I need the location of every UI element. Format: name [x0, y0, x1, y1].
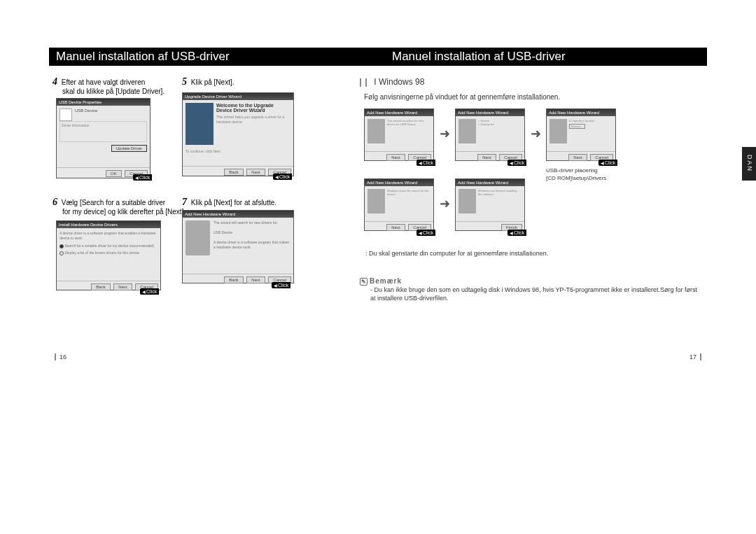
win98-dialog-4: Add New Hardware Wizard Windows driver f…: [364, 178, 434, 231]
click-tag-4: Click: [133, 174, 152, 181]
right-page: ❙❙ I Windows 98 Følg anvisningerne på vi…: [357, 77, 707, 343]
click-tag: Click: [507, 160, 526, 166]
step-4: 4 Efter at have valgt driveren skal du k…: [52, 77, 186, 96]
back-button[interactable]: Back: [91, 283, 110, 290]
step-5-num: 5: [182, 76, 187, 87]
note-text: - Du kan ikke bruge den som en udtagelig…: [360, 286, 703, 302]
step-7: 7 Klik på [Next] for at afslutte.: [182, 197, 276, 207]
dialog-usb-device-properties: USB Device Properties USB Device Driver …: [56, 98, 150, 178]
next-button[interactable]: Next: [113, 283, 132, 290]
next-button[interactable]: Next: [386, 154, 405, 161]
page-title-right: Manuel installation af USB-driver: [385, 48, 679, 66]
restart-text: : Du skal genstarte din computer for at …: [365, 248, 548, 258]
win98-dialog-5: Add New Hardware Wizard Windows has fini…: [455, 178, 525, 231]
computer-icon: [368, 119, 385, 143]
step-7-num: 7: [182, 197, 187, 207]
usb-icon: [59, 108, 72, 121]
driver-location-info: USB-driver placering [CD ROM]\setup\Driv…: [546, 167, 606, 182]
step-6-num: 6: [52, 197, 57, 207]
back-button[interactable]: Back: [224, 169, 243, 176]
manual-spread: Manuel installation af USB-driver Manuel…: [49, 35, 707, 371]
wizard-side-image: [186, 103, 214, 145]
dialog6-title: Install Hardware Device Drivers: [57, 221, 160, 228]
step-4-text1: Efter at have valgt driveren: [62, 78, 146, 86]
step-6-text1: Vælg [Search for a suitable driver: [62, 199, 165, 206]
computer-icon: [368, 189, 385, 213]
note-icon: ✎: [360, 278, 368, 286]
page-num-17: 17: [690, 353, 701, 360]
dialog-add-new-hardware: Add New Hardware Wizard The wizard will …: [182, 210, 294, 283]
dialog-install-hardware: Install Hardware Device Drivers A device…: [56, 220, 161, 290]
step-7-text: Klik på [Next] for at afslutte.: [191, 199, 276, 206]
next-button[interactable]: Next: [568, 154, 587, 161]
driver-placement-label: USB-driver placering: [546, 167, 606, 174]
next-button[interactable]: Next: [386, 224, 405, 231]
driver-placement-path: [CD ROM]\setup\Drivers: [546, 174, 606, 182]
arrow-right-icon: ➜: [440, 196, 450, 211]
language-tab-dan: DAN: [742, 147, 756, 181]
dialog5-title: Upgrade Device Driver Wizard: [183, 93, 293, 100]
click-tag: Click: [598, 160, 617, 166]
win98-dialog-1: Add New Hardware Wizard This wizard sear…: [364, 108, 434, 161]
computer-icon: [458, 189, 476, 213]
page-title-left: Manuel installation af USB-driver: [49, 48, 343, 66]
computer-icon: [186, 220, 210, 255]
heading-bars-icon: ❙❙: [357, 77, 368, 87]
dialog-upgrade-wizard: Upgrade Device Driver Wizard Welcome to …: [182, 92, 294, 176]
step-4-num: 4: [52, 76, 57, 87]
step-4-text2: skal du klikke på [Update Driver].: [52, 87, 164, 95]
left-page: 4 Efter at have valgt driveren skal du k…: [49, 77, 343, 343]
dialog4-title: USB Device Properties: [57, 99, 150, 106]
section-title: I Windows 98: [374, 77, 424, 87]
click-tag-5: Click: [273, 174, 292, 180]
computer-icon: [458, 119, 476, 143]
update-driver-button[interactable]: Update Driver: [111, 145, 147, 152]
click-tag: Click: [416, 230, 435, 236]
note-heading: ✎Bemærk: [360, 277, 703, 286]
intro-text: Følg anvisningerne på vinduet for at gen…: [364, 92, 560, 102]
page-num-16: 16: [55, 353, 66, 360]
win98-dialog-3: Add New Hardware Wizard ☑ Specify a loca…: [546, 108, 616, 161]
ok-button[interactable]: OK: [106, 170, 122, 177]
click-tag-6: Click: [140, 288, 159, 295]
next-button[interactable]: Next: [477, 154, 496, 161]
dialog7-title: Add New Hardware Wizard: [183, 211, 293, 218]
note-box: ✎Bemærk - Du kan ikke bruge den som en u…: [360, 277, 703, 302]
click-tag-7: Click: [272, 282, 290, 288]
step-6: 6 Vælg [Search for a suitable driver for…: [52, 197, 192, 216]
win98-dialog-2: Add New Hardware Wizard ○ Search○ Displa…: [455, 108, 525, 161]
page-num-left-bar: 16: [55, 353, 66, 360]
next-button[interactable]: Next: [246, 169, 265, 176]
next-button[interactable]: Next: [246, 276, 265, 283]
step-6-text2: for my device] og klik derefter på [Next…: [52, 208, 186, 216]
arrow-right-icon: ➜: [531, 126, 541, 141]
step-5: 5 Klik på [Next].: [182, 77, 234, 87]
click-tag: Click: [507, 230, 526, 236]
step-5-text: Klik på [Next].: [191, 78, 234, 86]
section-heading: ❙❙ I Windows 98: [357, 77, 424, 87]
computer-icon: [550, 119, 567, 143]
back-button[interactable]: Back: [224, 276, 243, 283]
page-num-right-bar: 17: [690, 353, 701, 360]
click-tag: Click: [416, 160, 435, 166]
arrow-right-icon: ➜: [440, 126, 450, 141]
